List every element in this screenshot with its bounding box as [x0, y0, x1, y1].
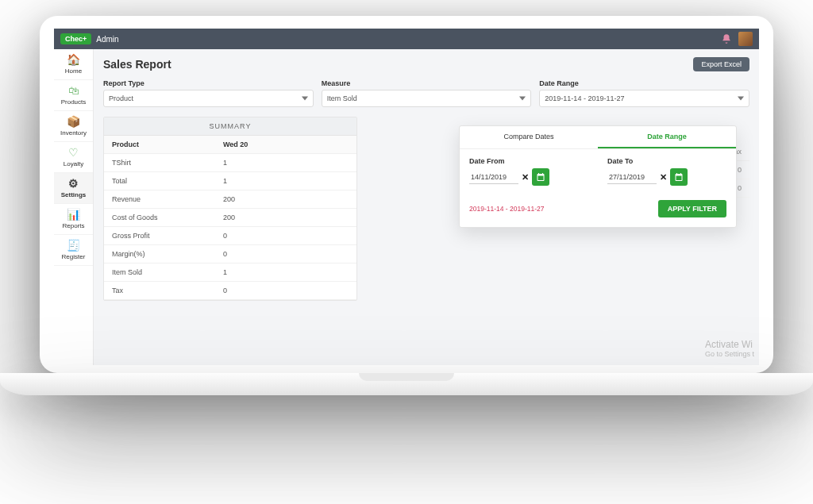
filter-label: Report Type: [103, 79, 314, 87]
notification-icon[interactable]: [721, 33, 732, 44]
date-to-input[interactable]: [607, 171, 657, 184]
select-value: 2019-11-14 - 2019-11-27: [545, 94, 624, 102]
calendar-icon: [536, 172, 545, 182]
page-title: Sales Report: [103, 58, 171, 71]
date-to-field: Date To ✕: [607, 157, 726, 186]
app-name: Admin: [96, 35, 118, 44]
products-icon: 🛍: [56, 84, 91, 97]
sidebar-item-reports[interactable]: 📊 Reports: [54, 204, 93, 235]
sidebar-item-inventory[interactable]: 📦 Inventory: [54, 111, 93, 142]
sidebar-item-label: Register: [62, 253, 86, 260]
report-type-select[interactable]: Product: [103, 90, 314, 107]
watermark-line1: Activate Wi: [705, 339, 754, 350]
page-header: Sales Report Export Excel: [103, 57, 749, 71]
date-range-select[interactable]: 2019-11-14 - 2019-11-27: [539, 90, 749, 107]
filter-date-range: Date Range 2019-11-14 - 2019-11-27: [539, 79, 749, 107]
date-from-input[interactable]: [469, 171, 518, 184]
laptop-frame: Chec+ Admin 🏠 Home 🛍 Products 📦 Inventor…: [40, 16, 773, 373]
summary-header: SUMMARY: [104, 117, 356, 136]
summary-cell: TShirt: [104, 154, 215, 172]
summary-cell: 1: [215, 264, 356, 282]
summary-cell: 1: [215, 154, 356, 172]
clear-date-from-icon[interactable]: ✕: [520, 172, 530, 183]
sidebar-item-settings[interactable]: ⚙ Settings: [54, 173, 93, 204]
summary-cell: Margin(%): [104, 245, 215, 264]
sidebar-item-label: Loyalty: [64, 160, 83, 167]
filter-report-type: Report Type Product: [103, 79, 314, 107]
summary-table: SUMMARY Product Wed 20 TShirt 1 Total 1 …: [103, 117, 357, 301]
calendar-from-button[interactable]: [532, 168, 549, 186]
main-content: Sales Report Export Excel Report Type Pr…: [94, 49, 759, 365]
windows-activation-watermark: Activate Wi Go to Settings t: [705, 339, 754, 359]
popup-tabs: Compare Dates Date Range: [460, 126, 736, 149]
calendar-to-button[interactable]: [670, 168, 688, 186]
inventory-icon: 📦: [56, 115, 91, 128]
date-to-label: Date To: [607, 157, 726, 165]
sidebar-item-label: Products: [61, 98, 87, 106]
clear-date-to-icon[interactable]: ✕: [658, 172, 669, 183]
summary-cell: Revenue: [104, 190, 215, 209]
brand-badge: Chec+: [60, 33, 91, 44]
summary-cell: Tax: [104, 282, 215, 300]
summary-cell: 200: [215, 190, 356, 209]
summary-cell: 0: [215, 245, 356, 264]
summary-cell: Item Sold: [104, 264, 215, 282]
summary-cell: Product: [104, 136, 215, 154]
select-value: Product: [109, 94, 133, 102]
sidebar-item-label: Inventory: [60, 129, 87, 137]
sidebar-item-label: Home: [65, 67, 82, 75]
summary-cell: 0: [215, 282, 356, 300]
tab-compare-dates[interactable]: Compare Dates: [460, 126, 598, 148]
selected-range-text: 2019-11-14 - 2019-11-27: [469, 205, 545, 213]
bg-col-cell: 0: [738, 166, 742, 174]
home-icon: 🏠: [56, 53, 91, 66]
calendar-icon: [674, 172, 684, 182]
export-excel-button[interactable]: Export Excel: [693, 57, 749, 71]
summary-cell: 200: [215, 209, 356, 227]
watermark-line2: Go to Settings t: [705, 350, 754, 359]
date-from-field: Date From ✕: [469, 157, 588, 186]
topbar: Chec+ Admin: [54, 29, 759, 49]
date-range-popup: Compare Dates Date Range Date From ✕: [459, 125, 737, 228]
summary-cell: Cost of Goods: [104, 209, 215, 227]
filter-label: Measure: [322, 79, 532, 87]
measure-select[interactable]: Item Sold: [322, 90, 532, 107]
apply-filter-button[interactable]: APPLY FILTER: [658, 200, 726, 217]
sidebar-item-label: Settings: [61, 191, 87, 198]
summary-cell: 0: [215, 227, 356, 245]
select-value: Item Sold: [327, 94, 357, 102]
avatar[interactable]: [738, 32, 753, 46]
summary-cell: Total: [104, 172, 215, 190]
summary-cell: 1: [215, 172, 356, 190]
filters-row: Report Type Product Measure Item Sold Da…: [103, 79, 749, 107]
reports-icon: 📊: [56, 208, 91, 221]
sidebar-item-register[interactable]: 🧾 Register: [54, 235, 93, 266]
filter-label: Date Range: [539, 79, 749, 87]
settings-icon: ⚙: [56, 177, 91, 190]
sidebar-item-home[interactable]: 🏠 Home: [54, 49, 93, 80]
sidebar-item-label: Reports: [62, 222, 84, 229]
summary-cell: Wed 20: [215, 136, 356, 154]
bg-col-cell: 0: [738, 184, 742, 192]
filter-measure: Measure Item Sold: [322, 79, 532, 107]
sidebar-item-products[interactable]: 🛍 Products: [54, 80, 93, 111]
sidebar: 🏠 Home 🛍 Products 📦 Inventory ♡ Loyalty …: [54, 49, 94, 365]
sidebar-item-loyalty[interactable]: ♡ Loyalty: [54, 142, 93, 173]
loyalty-icon: ♡: [56, 146, 91, 159]
laptop-base: [0, 373, 813, 395]
date-from-label: Date From: [469, 157, 588, 165]
tab-date-range[interactable]: Date Range: [598, 126, 736, 148]
summary-cell: Gross Profit: [104, 227, 215, 245]
laptop-notch: [359, 373, 454, 381]
register-icon: 🧾: [56, 239, 91, 252]
screen: Chec+ Admin 🏠 Home 🛍 Products 📦 Inventor…: [54, 29, 759, 365]
